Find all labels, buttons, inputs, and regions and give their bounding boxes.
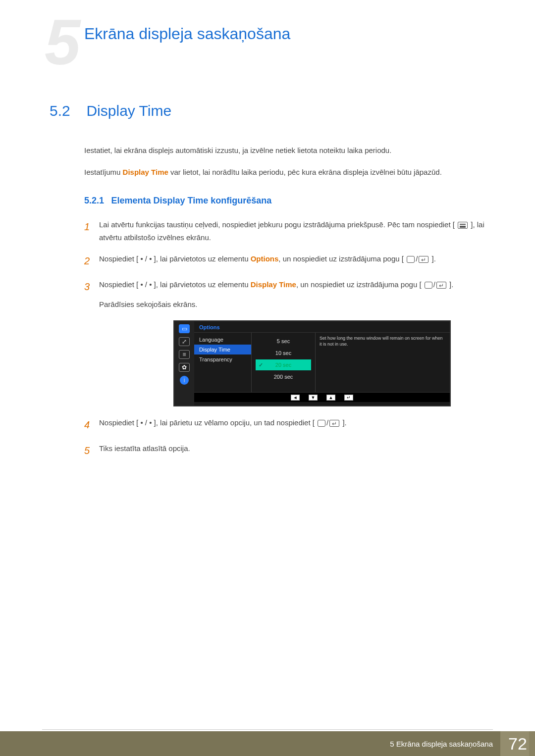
- em-display-time: Display Time: [123, 168, 168, 176]
- subsection-title: Elementa Display Time konfigurēšana: [111, 196, 272, 205]
- picture-icon: ▭: [179, 324, 190, 333]
- osd-menu-list: Language Display Time Transparency: [194, 333, 251, 392]
- osd-header: Options: [194, 321, 450, 333]
- step-number: 5: [84, 442, 99, 459]
- step-number: 3: [84, 278, 99, 310]
- value-20sec: 20 sec: [256, 359, 311, 370]
- menu-item-language: Language: [194, 335, 251, 345]
- section-number: 5.2: [50, 102, 84, 119]
- return-icon: [419, 256, 428, 263]
- step-5: 5 Tiks iestatīta atlasītā opcija.: [84, 442, 495, 459]
- footer-side-tab: [529, 731, 535, 756]
- osd-navbar: ◄ ▼ ▲ ↵: [194, 392, 450, 402]
- osd-sidebar: ▭ ⤢ ≡ ✿ i: [174, 321, 194, 405]
- ok-icon: [407, 256, 415, 263]
- step-3: 3 Nospiediet [ • / • ], lai pārvietotos …: [84, 278, 495, 310]
- step-number: 4: [84, 416, 99, 433]
- osd-screenshot: ▭ ⤢ ≡ ✿ i Options Language Display Time …: [173, 320, 451, 406]
- osd-value-list: 5 sec 10 sec 20 sec 200 sec: [251, 333, 316, 392]
- page-footer: 5 Ekrāna displeja saskaņošana 72: [0, 731, 535, 756]
- chapter-title: Ekrāna displeja saskaņošana: [84, 25, 495, 43]
- em-display-time: Display Time: [251, 280, 296, 289]
- intro-text: Iestatiet, lai ekrāna displejs automātis…: [84, 144, 495, 178]
- step-3-note: Parādīsies sekojošais ekrāns.: [99, 298, 495, 311]
- value-10sec: 10 sec: [256, 348, 311, 358]
- step-4: 4 Nospiediet [ • / • ], lai pārietu uz v…: [84, 416, 495, 433]
- nav-left-icon: ◄: [291, 395, 300, 401]
- ok-return-combo-icon: /: [317, 418, 340, 427]
- step-number: 1: [84, 218, 99, 244]
- footer-text: 5 Ekrāna displeja saskaņošana: [390, 740, 493, 748]
- subsection-number: 5.2.1: [84, 196, 104, 205]
- step-number: 2: [84, 252, 99, 269]
- value-200sec: 200 sec: [256, 371, 311, 382]
- ok-return-combo-icon: /: [424, 280, 447, 289]
- resize-icon: ⤢: [179, 337, 190, 346]
- osd-description: Set how long the menu window will remain…: [316, 333, 450, 392]
- footer-divider: [42, 729, 493, 730]
- section-title: Display Time: [86, 102, 171, 119]
- nav-enter-icon: ↵: [344, 395, 353, 401]
- em-options: Options: [251, 254, 279, 263]
- ok-return-combo-icon: /: [406, 254, 429, 263]
- intro-p1: Iestatiet, lai ekrāna displejs automātis…: [84, 144, 495, 157]
- gear-icon: ✿: [179, 363, 190, 372]
- list-icon: ≡: [179, 350, 190, 359]
- chapter-number-bg: 5: [45, 5, 78, 79]
- value-5sec: 5 sec: [256, 336, 311, 347]
- ok-icon: [425, 282, 432, 289]
- return-icon: [436, 282, 446, 289]
- nav-down-icon: ▼: [309, 395, 318, 401]
- step-2: 2 Nospiediet [ • / • ], lai pārvietotos …: [84, 252, 495, 269]
- menu-item-display-time: Display Time: [194, 345, 251, 354]
- step-1: 1 Lai atvērtu funkcijas taustiņu ceļvedi…: [84, 218, 495, 244]
- nav-up-icon: ▲: [326, 395, 335, 401]
- menu-item-transparency: Transparency: [194, 354, 251, 364]
- return-icon: [329, 420, 339, 427]
- intro-p2: Iestatījumu Display Time var lietot, lai…: [84, 166, 495, 179]
- info-icon: i: [180, 376, 189, 385]
- menu-icon: [458, 222, 468, 229]
- ok-icon: [318, 420, 325, 427]
